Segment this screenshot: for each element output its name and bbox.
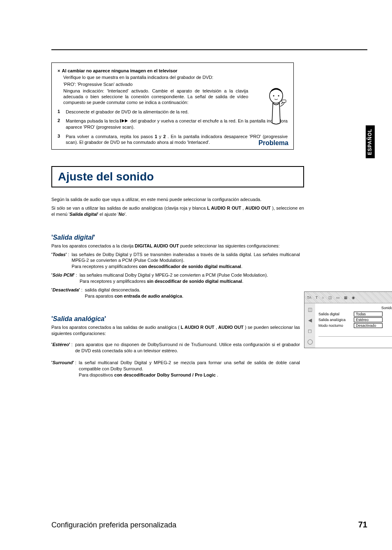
section-title: Ajuste del sonido [58,170,297,183]
text: Para aparatos [85,293,115,298]
term: 'Desactivada' [51,287,80,299]
text: Para dispositivos [79,372,114,377]
text: . [242,279,243,284]
definition-item: 'Sólo PCM' : las señales multicanal Dolb… [51,272,300,284]
paragraph: Si sólo se van a utilizar las salidas de… [51,205,304,217]
paragraph: Según la salida de audio que vaya a util… [51,196,304,203]
text: Mantenga pulsada la tecla [66,118,120,123]
osd-tab: ◫ [328,296,332,300]
sound-icon: ◀ [307,317,313,323]
feature-icon: ◻ [307,328,313,334]
definition-item: 'Surround' : la señal multicanal Dolby D… [51,360,300,378]
osd-tab: ▭ [336,296,340,300]
text-bold: L AUDIO R OUT [207,206,241,210]
osd-menu-panel: TA T ○ ◫ ▭ ▦ ◉ ◫ ◀ ◻ ◯ Sonido Salida dig… [304,291,392,348]
text-bold-italic: No [118,212,125,217]
text: las señales multicanal Dolby Digital y M… [80,273,268,277]
description: salida digital desconectada. Para aparat… [85,287,300,299]
osd-row: Salida digital Todas [318,312,392,317]
text-bold: con descodificador de sonido digital mul… [139,264,241,269]
osd-divider [318,336,392,337]
step-text: Mantenga pulsada la tecla del grabador y… [66,118,288,130]
svg-marker-2 [125,119,128,122]
footer-title: Configuración preferida personalizada [51,521,176,529]
step-number: 1 [58,109,66,115]
text: . [216,372,218,377]
text: y [157,134,164,139]
text: las señales de Dolby Digital y DTS se tr… [71,252,300,263]
problem-para: Verifique lo que se muestra en la pantal… [63,74,288,80]
text: Para volver a conmutara, repita los paso… [66,134,154,139]
osd-tab: T [316,296,318,300]
text: , [214,325,218,330]
osd-value: Todas [354,312,383,317]
text: la señal multicanal Dolby Digital y MPEG… [79,360,300,371]
intro-text: Según la salida de audio que vaya a util… [51,196,304,217]
header-rule [51,49,367,50]
text: , [241,206,245,210]
term: 'Todas' [51,252,67,270]
colon: : [81,287,82,299]
term: 'Sólo PCM' [51,272,75,284]
step-item: 3 Para volver a conmutara, repita los pa… [58,134,288,146]
text: Para receptores y amplificadores [71,264,139,269]
page-number: 71 [358,520,367,529]
paragraph: Para los aparatos conectados a las salid… [51,324,300,337]
definition-item: 'Estéreo' : para aparatos que no dispone… [51,342,300,354]
colon: : [76,272,77,284]
step-text: Desconecte el grabador de DVD de la alim… [66,109,288,115]
text: Para los aparatos conectados a la clavij… [51,243,135,248]
svg-rect-6 [282,100,286,102]
osd-icon-bar: ◫ ◀ ◻ ◯ [304,303,315,348]
text-bold: L AUDIO R OUT [181,325,214,330]
definition-item: 'Todas' : las señales de Dolby Digital y… [51,252,300,270]
svg-point-5 [278,95,279,97]
language-tab: ESPAÑOL [366,125,375,158]
cross-icon: × [58,68,60,73]
osd-tab: ◉ [352,296,355,300]
osd-row: Salida analógica Estéreo [318,317,392,322]
osd-tab: TA [307,296,311,300]
step-item: 2 Mantenga pulsada la tecla del grabador… [58,118,288,130]
problem-title-text: Al cambiar no aparece ninguna imagen en … [62,68,177,73]
osd-label: Modo nocturno [318,324,354,328]
description: las señales de Dolby Digital y DTS se tr… [71,252,300,270]
osd-label: Salida digital [318,312,354,316]
text: Para los aparatos conectados a las salid… [51,325,181,330]
subsection-title: Salida digital [51,234,367,241]
person-illustration-icon [264,86,288,135]
section-title-box: Ajuste del sonido [51,166,304,187]
subsection-body: Para los aparatos conectados a la clavij… [51,243,300,299]
description: las señales multicanal Dolby Digital y M… [80,272,300,284]
term: 'Estéreo' [51,342,70,354]
step-number: 3 [58,134,66,146]
text-bold: AUDIO OUT [218,325,244,330]
description: la señal multicanal Dolby Digital y MPEG… [79,360,300,378]
subsection-salida-digital: Salida digital Para los aparatos conecta… [51,234,367,299]
text: '. [125,212,127,217]
step-number: 2 [58,118,66,130]
text-bold-italic: Salida digital [69,212,97,217]
text-bold: DIGITAL AUDIO OUT [135,243,179,248]
description: para aparatos que no disponen de DolbySu… [75,342,300,354]
text: . [241,264,242,269]
text-bold: con entrada de audio analógica [115,293,182,298]
definition-item: 'Desactivada' : salida digital desconect… [51,287,300,299]
text: salida digital desconectada. [85,287,141,292]
text: Si sólo se van a utilizar las salidas de… [51,206,207,210]
osd-label: Salida analógica [318,318,354,322]
osd-tab: ▦ [344,296,348,300]
text: ' el ajuste ' [97,212,118,217]
problem-label: Problema [258,139,288,147]
step-item: 1 Desconecte el grabador de DVD de la al… [58,109,288,115]
osd-row: Modo nocturno Desactivado [318,323,392,328]
page-footer: Configuración preferida personalizada 71 [51,520,367,529]
osd-value: Estéreo [354,317,383,322]
disc-icon: ◯ [307,339,313,344]
svg-marker-1 [122,119,125,122]
colon: : [75,360,76,378]
text: puede seleccionar las siguientes configu… [179,243,279,248]
text-bold: con descodificador Dolby Surround / Pro … [114,372,216,377]
svg-rect-0 [120,119,121,122]
term: 'Surround' [51,360,74,378]
